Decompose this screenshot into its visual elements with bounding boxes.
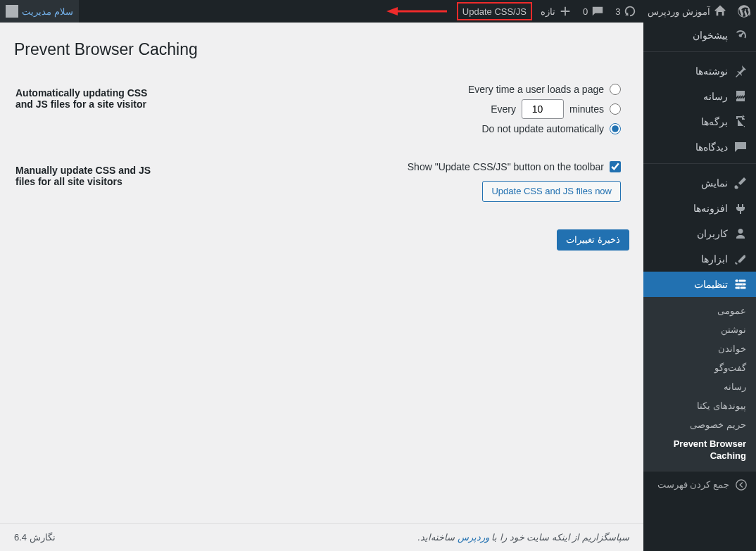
pin-icon — [733, 64, 748, 78]
site-link[interactable]: آموزش وردپرس — [642, 0, 732, 23]
opt-every-value-input[interactable] — [522, 99, 564, 119]
show-toolbar-checkbox[interactable] — [610, 161, 621, 172]
dashboard-icon — [733, 28, 748, 42]
sub-privacy[interactable]: حریم خصوصی — [643, 415, 756, 434]
sliders-icon — [733, 277, 748, 291]
opt-no-update-label[interactable]: Do not update automatically — [481, 123, 604, 134]
menu-media[interactable]: رسانه — [643, 84, 756, 109]
menu-pages[interactable]: برگه‌ها — [643, 109, 756, 134]
menu-users[interactable]: کاربران — [643, 221, 756, 246]
sub-general[interactable]: عمومی — [643, 301, 756, 320]
site-title: آموزش وردپرس — [648, 6, 710, 17]
menu-plugins[interactable]: افزونه‌ها — [643, 196, 756, 221]
opt-no-update-radio[interactable] — [610, 123, 621, 134]
menu-sep — [643, 163, 756, 167]
sub-permalinks[interactable]: پیوندهای یکتا — [643, 396, 756, 415]
collapse-menu[interactable]: جمع کردن فهرست — [643, 471, 756, 498]
sub-media[interactable]: رسانه — [643, 377, 756, 396]
opt-every-load-label[interactable]: Every time a user loads a page — [468, 84, 604, 95]
opt-every-load-radio[interactable] — [610, 84, 621, 95]
comment-count: 0 — [583, 6, 588, 17]
menu-appearance[interactable]: نمایش — [643, 170, 756, 196]
new-content[interactable]: تازه — [535, 0, 577, 23]
page-title: Prevent Browser Caching — [14, 40, 629, 59]
menu-settings[interactable]: تنظیمات — [643, 272, 756, 297]
admin-toolbar: آموزش وردپرس 3 0 تازه Update CSS/JS سلام… — [0, 0, 756, 23]
plug-icon — [733, 201, 748, 215]
updates-link[interactable]: 3 — [610, 0, 642, 23]
menu-dashboard[interactable]: پیشخوان — [643, 23, 756, 48]
brush-icon — [733, 176, 748, 190]
wrench-icon — [733, 252, 748, 266]
svg-point-2 — [736, 480, 746, 490]
update-icon — [624, 5, 636, 18]
plus-icon — [559, 5, 572, 18]
comment-icon — [591, 5, 604, 18]
annotation-arrow — [382, 4, 454, 18]
menu-tools[interactable]: ابزارها — [643, 246, 756, 272]
show-toolbar-label[interactable]: Show "Update CSS/JS" button on the toolb… — [408, 161, 604, 172]
media-icon — [733, 89, 748, 103]
save-button[interactable]: ذخیرهٔ تغییرات — [557, 229, 629, 251]
sub-prevent-browser-caching[interactable]: Prevent Browser Caching — [643, 434, 756, 467]
menu-comments[interactable]: دیدگاه‌ها — [643, 134, 756, 160]
update-now-button[interactable]: Update CSS and JS files now — [482, 181, 621, 202]
menu-sep — [643, 51, 756, 55]
auto-update-heading: Automatically updating CSS and JS files … — [15, 73, 170, 149]
comments-link[interactable]: 0 — [577, 0, 610, 23]
update-cssjs-button[interactable]: Update CSS/JS — [460, 0, 529, 23]
new-label: تازه — [541, 6, 555, 17]
update-cssjs-highlight: Update CSS/JS — [457, 2, 532, 20]
page-icon — [733, 115, 748, 129]
user-icon — [733, 227, 748, 241]
comment-icon — [733, 140, 748, 154]
sub-reading[interactable]: خواندن — [643, 339, 756, 358]
avatar-icon — [6, 5, 18, 18]
settings-submenu: عمومی نوشتن خواندن گفت‌وگو رسانه پیوندها… — [643, 297, 756, 471]
sub-writing[interactable]: نوشتن — [643, 320, 756, 339]
menu-posts[interactable]: نوشته‌ها — [643, 58, 756, 84]
opt-every-radio[interactable] — [610, 103, 621, 115]
update-count: 3 — [615, 6, 620, 17]
greeting: سلام مدیریت — [22, 6, 73, 17]
admin-sidebar: پیشخوان نوشته‌ها رسانه برگه‌ها دیدگاه‌ها… — [643, 23, 756, 523]
home-icon — [714, 5, 726, 18]
sub-discussion[interactable]: گفت‌وگو — [643, 358, 756, 377]
opt-every-suffix: minutes — [569, 103, 604, 115]
wp-logo[interactable] — [732, 0, 756, 23]
wordpress-icon — [738, 5, 750, 18]
manual-update-heading: Manually update CSS and JS files for all… — [15, 151, 170, 213]
opt-every-prefix: Every — [491, 103, 516, 115]
account-link[interactable]: سلام مدیریت — [0, 0, 79, 23]
collapse-icon — [735, 479, 748, 491]
main-content: Prevent Browser Caching Automatically up… — [0, 23, 643, 523]
svg-marker-1 — [386, 7, 398, 15]
